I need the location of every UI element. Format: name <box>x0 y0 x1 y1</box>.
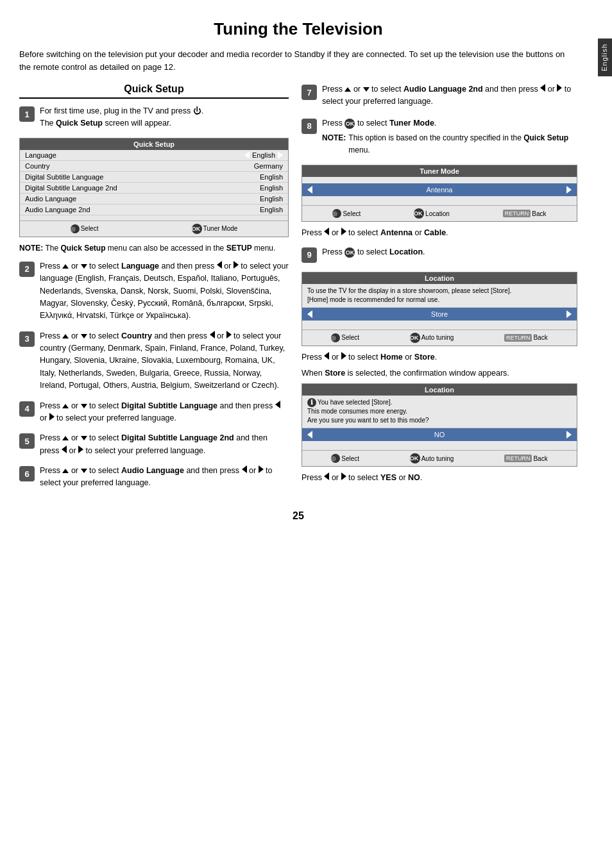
step-3: 3 Press or to select Country and then pr… <box>19 330 289 392</box>
store-label: Store <box>431 310 448 318</box>
tri-right-no <box>566 431 572 438</box>
down-arrow-icon2 <box>81 334 87 338</box>
right-arrow-icon5 <box>259 465 264 473</box>
up-arrow-icon3 <box>62 404 69 408</box>
step-8-number: 8 <box>302 119 317 134</box>
tuner-mode-antenna-row: Antenna <box>302 183 577 196</box>
location1-select: Select <box>341 334 359 341</box>
tuner-mode-footer: ◎ Select OK Location RETURN Back <box>302 205 577 221</box>
down-arrow-icon6 <box>363 87 370 92</box>
location1-footer: ◎ Select OK Auto tuning RETURN Back <box>302 330 577 346</box>
select-icon4: ◎ <box>331 454 340 463</box>
tri-left-antenna <box>307 186 312 194</box>
step-6-number: 6 <box>19 466 35 481</box>
tuner-footer-ok-label: Location <box>425 210 450 217</box>
no-label: NO <box>434 431 445 438</box>
page-title: Tuning the Television <box>19 19 577 39</box>
location1-ok-label: Auto tuning <box>421 334 454 341</box>
location-screen-1-title: Location <box>302 272 577 284</box>
location2-back: Back <box>533 455 547 462</box>
step-3-number: 3 <box>19 331 35 347</box>
step-2-text: Press or to select Language and then pre… <box>40 260 289 322</box>
location-screen-2-title: Location <box>302 384 577 396</box>
intro-text: Before switching on the television put y… <box>19 48 577 73</box>
tuner-footer-select: Select <box>343 210 361 217</box>
ok-icon6: OK <box>410 453 420 463</box>
right-icon9 <box>341 472 346 480</box>
ok-icon2: OK <box>344 119 355 129</box>
location-screen-2: Location ℹYou have selected [Store]. Thi… <box>302 383 577 467</box>
press-home-store: Press or to select Home or Store. <box>302 351 577 363</box>
left-arrow-icon5 <box>242 465 247 473</box>
step-7-number: 7 <box>302 85 317 100</box>
step-4: 4 Press or to select Digital Subtitle La… <box>19 400 289 425</box>
step-7-text: Press or to select Audio Language 2nd an… <box>322 83 577 108</box>
quick-setup-screen-title: Quick Setup <box>20 138 288 150</box>
step-4-text: Press or to select Digital Subtitle Lang… <box>40 400 289 425</box>
down-arrow-icon3 <box>81 404 87 408</box>
step-2-number: 2 <box>19 262 35 277</box>
tri-right-antenna <box>566 186 572 194</box>
side-tab: English <box>598 38 612 76</box>
select-icon3: ◎ <box>331 333 340 342</box>
step-6: 6 Press or to select Audio Language and … <box>19 465 289 490</box>
tri-left-icon <box>244 151 250 159</box>
location1-back: Back <box>533 334 547 341</box>
tuner-mode-title: Tuner Mode <box>302 165 577 177</box>
right-arrow-icon6 <box>557 84 562 92</box>
left-arrow-icon2 <box>210 331 215 338</box>
return-btn3: RETURN <box>504 455 532 462</box>
right-icon8 <box>341 352 346 360</box>
right-arrow-icon3 <box>49 413 55 421</box>
ok-icon: OK <box>192 224 202 234</box>
screen-row-country: CountryGermany <box>20 161 288 172</box>
screen-row-audio2: Audio Language 2ndEnglish <box>20 204 288 215</box>
left-icon7 <box>324 228 329 235</box>
right-icon7 <box>341 228 346 235</box>
screen-row-audio: Audio LanguageEnglish <box>20 194 288 204</box>
step-1-text: For first time use, plug in the TV and p… <box>40 105 289 130</box>
right-arrow-icon <box>234 261 239 269</box>
step-3-text: Press or to select Country and then pres… <box>40 330 289 392</box>
step-9-text: Press OK to select Location. <box>322 246 577 258</box>
quick-setup-screen: Quick Setup Language English CountryGerm… <box>19 138 289 237</box>
location-screen-1: Location To use the TV for the display i… <box>302 272 577 346</box>
location-screen-1-text: To use the TV for the display in a store… <box>302 284 577 308</box>
info-icon: ℹ <box>307 398 316 407</box>
screen-row-language: Language English <box>20 150 288 161</box>
screen-row-dsl2: Digital Subtitle Language 2ndEnglish <box>20 183 288 194</box>
down-arrow-icon <box>81 264 87 269</box>
step-9: 9 Press OK to select Location. <box>302 246 577 263</box>
footer-ok-label: Tuner Mode <box>203 225 238 232</box>
ok-icon5: OK <box>410 333 420 343</box>
left-arrow-icon <box>217 261 222 269</box>
quick-setup-header: Quick Setup <box>19 83 289 99</box>
step-6-text: Press or to select Audio Language and th… <box>40 465 289 490</box>
step-4-number: 4 <box>19 401 35 417</box>
step-5-text: Press or to select Digital Subtitle Lang… <box>40 432 289 457</box>
step-1-number: 1 <box>19 106 35 122</box>
page-number: 25 <box>19 510 577 522</box>
antenna-label: Antenna <box>427 186 453 194</box>
down-arrow-icon4 <box>81 436 87 440</box>
screen-row-dsl: Digital Subtitle LanguageEnglish <box>20 172 288 183</box>
step-2: 2 Press or to select Language and then p… <box>19 260 289 322</box>
left-arrow-icon6 <box>540 84 545 92</box>
location-screen-2-text: ℹYou have selected [Store]. This mode co… <box>302 396 577 428</box>
up-arrow-icon6 <box>344 87 351 92</box>
ok-icon4: OK <box>344 247 355 258</box>
select-icon: ◎ <box>71 224 80 233</box>
left-icon9 <box>324 472 329 480</box>
select-icon2: ◎ <box>332 209 341 218</box>
footer-select-label: Select <box>81 225 99 232</box>
ok-icon3: OK <box>414 208 424 219</box>
location2-footer: ◎ Select OK Auto tuning RETURN Back <box>302 450 577 466</box>
location-store-row: Store <box>302 308 577 321</box>
when-store-text: When Store is selected, the confirmation… <box>302 367 577 380</box>
up-arrow-icon5 <box>62 469 69 473</box>
location2-ok-label: Auto tuning <box>421 455 454 462</box>
tri-right-store <box>566 310 572 318</box>
left-arrow-icon3 <box>275 401 280 408</box>
up-arrow-icon4 <box>62 436 69 440</box>
up-arrow-icon <box>62 264 69 269</box>
